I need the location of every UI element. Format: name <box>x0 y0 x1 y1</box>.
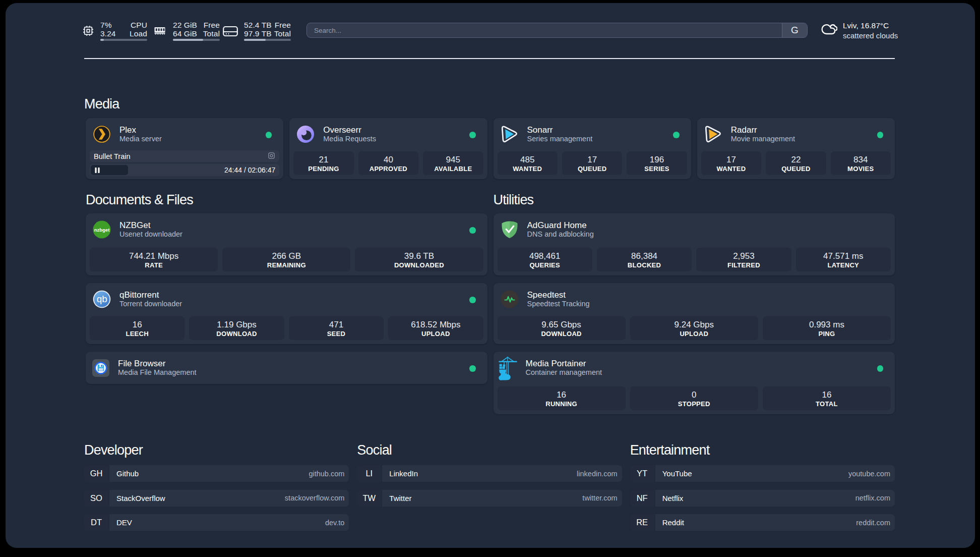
svg-text:nzbget: nzbget <box>94 227 110 233</box>
svg-text:qb: qb <box>97 294 107 304</box>
